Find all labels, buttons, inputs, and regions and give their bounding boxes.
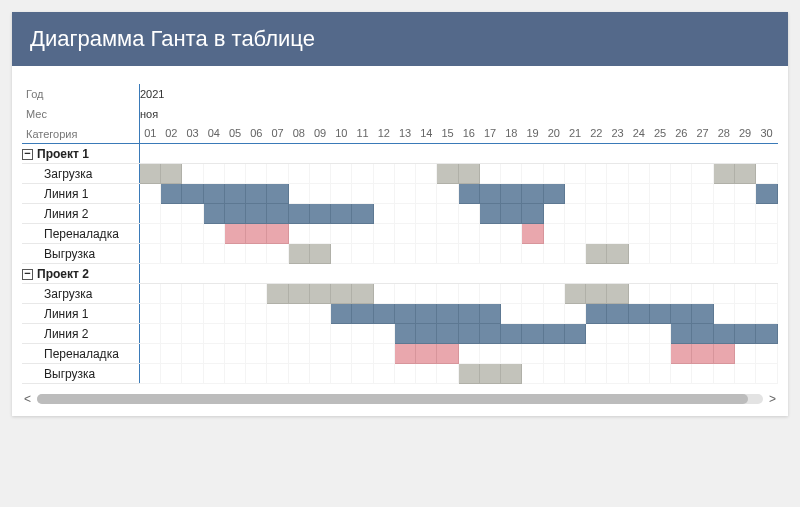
gantt-chart: Год2021МеснояКатегория010203040506070809… [12,66,788,416]
gantt-empty-cell [564,344,585,364]
gantt-empty-cell [628,324,649,344]
gantt-empty-cell [458,204,479,224]
horizontal-scrollbar[interactable]: < > [22,392,778,410]
gantt-bar-cell [331,284,352,304]
gantt-empty-cell [331,324,352,344]
gantt-empty-cell [267,164,288,184]
gantt-empty-cell [203,164,224,184]
header-label: Год [22,84,139,104]
collapse-icon[interactable] [22,149,33,160]
gantt-bar-cell [692,324,713,344]
day-header: 21 [564,124,585,144]
gantt-bar-cell [267,224,288,244]
gantt-empty-cell [288,364,309,384]
gantt-empty-cell [501,344,522,364]
task-row-label: Выгрузка [22,244,139,264]
gantt-bar-cell [713,324,734,344]
scroll-track[interactable] [37,394,763,404]
scroll-right-icon[interactable]: > [769,392,776,406]
gantt-bar-cell [437,324,458,344]
group-row[interactable]: Проект 2 [22,264,139,284]
gantt-empty-cell [267,324,288,344]
gantt-bar-cell [161,184,182,204]
gantt-empty-cell [394,184,415,204]
gantt-empty-cell [373,164,394,184]
gantt-empty-cell [161,364,182,384]
gantt-bar-cell [692,304,713,324]
gantt-empty-cell [373,244,394,264]
gantt-empty-cell [437,224,458,244]
gantt-bar-cell [224,204,245,224]
gantt-bar-cell [501,324,522,344]
gantt-empty-cell [373,204,394,224]
page-title: Диаграмма Ганта в таблице [12,12,788,66]
gantt-empty-cell [713,224,734,244]
gantt-empty-cell [139,324,160,344]
gantt-empty-cell [373,364,394,384]
scroll-left-icon[interactable]: < [24,392,31,406]
gantt-empty-cell [224,364,245,384]
task-row-label: Линия 2 [22,204,139,224]
header-label: Категория [22,124,139,144]
gantt-empty-cell [394,164,415,184]
gantt-bar-cell [394,304,415,324]
gantt-empty-cell [352,184,373,204]
day-header: 03 [182,124,203,144]
gantt-empty-cell [288,164,309,184]
gantt-empty-cell [692,224,713,244]
gantt-empty-cell [501,244,522,264]
gantt-empty-cell [522,364,543,384]
gantt-empty-cell [628,244,649,264]
gantt-bar-cell [734,164,755,184]
day-header: 04 [203,124,224,144]
gantt-empty-cell [671,164,692,184]
gantt-empty-cell [628,224,649,244]
gantt-empty-cell [671,364,692,384]
gantt-empty-cell [543,344,564,364]
gantt-empty-cell [309,304,330,324]
gantt-empty-cell [628,344,649,364]
gantt-empty-cell [713,204,734,224]
gantt-empty-cell [182,344,203,364]
gantt-empty-cell [161,204,182,224]
header-value: 2021 [139,84,777,104]
gantt-empty-cell [139,224,160,244]
gantt-bar-cell [479,204,500,224]
gantt-empty-cell [352,364,373,384]
gantt-bar-cell [161,164,182,184]
group-label: Проект 1 [37,147,89,161]
group-row[interactable]: Проект 1 [22,144,139,164]
gantt-bar-cell [713,164,734,184]
gantt-panel: Диаграмма Ганта в таблице Год2021МеснояК… [12,12,788,416]
collapse-icon[interactable] [22,269,33,280]
gantt-empty-cell [458,244,479,264]
gantt-empty-cell [373,284,394,304]
gantt-bar-cell [671,324,692,344]
task-row-label: Переналадка [22,224,139,244]
gantt-bar-cell [267,184,288,204]
gantt-body: Проект 1ЗагрузкаЛиния 1Линия 2Переналадк… [22,144,778,384]
gantt-empty-cell [628,364,649,384]
day-header: 02 [161,124,182,144]
gantt-bar-cell [479,324,500,344]
gantt-bar-cell [288,204,309,224]
gantt-bar-cell [543,184,564,204]
gantt-empty-cell [267,344,288,364]
gantt-bar-cell [437,164,458,184]
gantt-bar-cell [139,164,160,184]
gantt-empty-cell [246,324,267,344]
gantt-empty-cell [394,284,415,304]
gantt-empty-cell [756,224,778,244]
gantt-bar-cell [649,304,670,324]
gantt-empty-cell [224,324,245,344]
gantt-empty-cell [161,284,182,304]
scroll-thumb[interactable] [37,394,748,404]
day-header: 08 [288,124,309,144]
gantt-empty-cell [756,344,778,364]
gantt-empty-cell [607,324,628,344]
gantt-empty-cell [713,284,734,304]
gantt-empty-cell [394,204,415,224]
gantt-empty-cell [522,284,543,304]
gantt-empty-cell [522,344,543,364]
gantt-table: Год2021МеснояКатегория010203040506070809… [22,84,778,384]
